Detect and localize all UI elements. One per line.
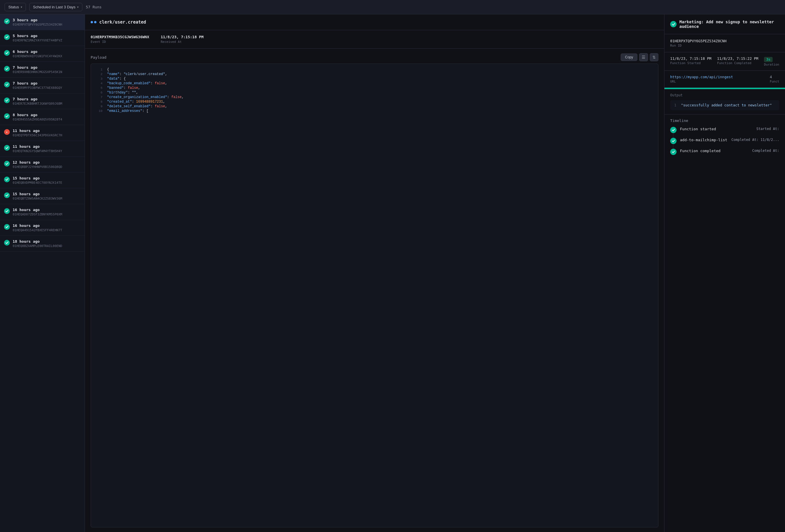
function-completed-label: Function Completed <box>717 61 758 65</box>
run-list-item[interactable]: 12 hours ago01HEQRBPJ2YHHNPV0B1506Q8QD <box>0 157 84 172</box>
chevron-down-icon: ▾ <box>21 5 22 9</box>
sort-icon-button[interactable]: ⇅ <box>650 53 658 61</box>
function-completed-value: 11/8/23, 7:15:22 PM <box>717 56 758 61</box>
payload-code-block: 1{2"name": "clerk/user.created",3"data":… <box>91 63 658 527</box>
line-number: 3 <box>96 77 102 81</box>
run-id-text: 01HER9XHB3HRKCMGG5XP545K1N <box>12 70 62 74</box>
run-list-item[interactable]: 16 hours ago01HEQA491542FBXE5FF4REHN7T <box>0 220 84 236</box>
run-id-cell: 01HERPXTQPVY6G5PEZ534Z0CNH Run ID <box>670 39 779 48</box>
run-id-text: 01HEQAD07ZD5F3ZBNYKM55P0XM <box>12 213 62 216</box>
run-list-item[interactable]: 16 hours ago01HEQAD07ZD5F3ZBNYKM55P0XM <box>0 204 84 220</box>
line-content: "banned": false, <box>107 86 140 90</box>
payload-actions: Copy ☰ ⇅ <box>621 53 658 61</box>
line-number: 10 <box>96 109 102 113</box>
run-list-item[interactable]: 7 hours ago01HER9XHB3HRKCMGG5XP545K1N <box>0 62 84 78</box>
run-time: 7 hours ago <box>12 81 62 85</box>
run-id-text: 01HERPXTQPVY6G5PEZ534Z0CNH <box>12 23 62 26</box>
run-id-label: Run ID <box>670 44 779 48</box>
run-id-text: 01HEQ8BZXAMPLE00TRAIL00END <box>12 244 62 248</box>
run-list-item[interactable]: 6 hours ago01HERBW9VXQ7CGN1FVC4Y4W2KX <box>0 46 84 62</box>
run-item-info: 6 hours ago01HERBW9VXQ7CGN1FVC4Y4W2KX <box>12 50 62 58</box>
run-time: 15 hours ago <box>12 176 62 180</box>
function-started-value: 11/8/23, 7:15:18 PM <box>670 56 711 61</box>
code-line: 1{ <box>91 67 658 72</box>
function-title: Marketing: Add new signup to newsletter … <box>679 20 779 29</box>
status-filter-btn[interactable]: Status ▾ <box>5 3 26 11</box>
run-list-item[interactable]: 15 hours ago01HEQBTZ0W5AN4CK2ZS83WV36M <box>0 188 84 204</box>
success-icon <box>4 192 10 198</box>
run-id-text: 01HEQBTZ0W5AN4CK2ZS83WV36M <box>12 197 62 201</box>
run-time: 11 hours ago <box>12 129 62 133</box>
line-number: 6 <box>96 90 102 94</box>
success-icon <box>4 145 10 151</box>
timeline-name: Function completed <box>680 149 749 153</box>
line-number: 4 <box>96 81 102 85</box>
timeline-content: add-to-mailchimp-list <box>680 138 728 142</box>
run-time: 8 hours ago <box>12 113 62 117</box>
line-content: "email_addresses": [ <box>107 109 149 113</box>
timeline-list: Function started Started At: add-to-mail… <box>670 127 779 155</box>
run-list-item[interactable]: 8 hours ago01HER4555AZH9EA0Q5V95N28T4 <box>0 109 84 125</box>
code-line: 7"create_organization_enabled": false, <box>91 95 658 100</box>
chevron-down-icon: ▾ <box>77 5 79 9</box>
run-list-item[interactable]: 3 hours ago01HERPXTQPVY6G5PEZ534Z0CNH <box>0 15 84 30</box>
received-at-value: 11/8/23, 7:15:18 PM <box>161 35 204 39</box>
function-success-icon <box>670 21 677 27</box>
output-line: 1 "successfully added contact to newslet… <box>674 103 775 107</box>
event-dots-icon <box>91 21 96 23</box>
received-at-label: Received At <box>161 40 204 44</box>
func-count-label: Funct <box>770 80 779 83</box>
line-content: { <box>107 68 109 72</box>
event-name: clerk/user.created <box>99 20 146 25</box>
date-filter-label: Scheduled in Last 3 Days <box>33 5 75 9</box>
run-item-info: 5 hours ago01HERFNZ1MAZYAYYVXET44BFVZ <box>12 34 62 42</box>
timeline-section: Timeline Function started Started At: ad… <box>664 114 785 164</box>
run-id-text: 01HEQBVDPM8E4EC708YNJX14TE <box>12 181 62 185</box>
copy-button[interactable]: Copy <box>621 53 637 61</box>
success-icon <box>4 224 10 230</box>
run-time: 11 hours ago <box>12 144 62 149</box>
url-cell: https://myapp.com/api/inngest URL <box>670 75 733 83</box>
run-item-info: 15 hours ago01HEQBVDPM8E4EC708YNJX14TE <box>12 176 62 185</box>
run-time: 5 hours ago <box>12 34 62 38</box>
output-section: Output 1 "successfully added contact to … <box>664 89 785 114</box>
svg-text:✕: ✕ <box>6 130 8 134</box>
run-item-info: 7 hours ago01HER9XHB3HRKCMGG5XP545K1N <box>12 65 62 74</box>
url-label: URL <box>670 80 733 83</box>
run-list-item[interactable]: 11 hours ago01HEQTKN2GY5QWFAM4YT8H5H4Y <box>0 141 84 157</box>
filter-icon-button[interactable]: ☰ <box>639 53 648 61</box>
run-list-item[interactable]: ✕11 hours ago01HEQTPDTX56C343PDGVASRC7H <box>0 125 84 141</box>
run-id-text: 01HERBW9VXQ7CGN1FVC4Y4W2KX <box>12 54 62 58</box>
line-content: "create_organization_enabled": false, <box>107 95 184 99</box>
run-time: 7 hours ago <box>12 97 62 101</box>
func-count-value: 4 <box>770 75 779 79</box>
run-list-item[interactable]: 5 hours ago01HERFNZ1MAZYAYYVXET44BFVZ <box>0 30 84 46</box>
timeline-time: Completed At: <box>752 149 779 153</box>
success-icon <box>4 240 10 246</box>
run-time: 6 hours ago <box>12 50 62 54</box>
date-filter-btn[interactable]: Scheduled in Last 3 Days ▾ <box>29 3 82 11</box>
run-list-item[interactable]: 7 hours ago01HER9MYP33BFWC377AEX88GQY <box>0 78 84 94</box>
line-number: 1 <box>96 68 102 71</box>
run-item-info: 18 hours ago01HEQ8BZXAMPLE00TRAIL00END <box>12 239 62 248</box>
output-line-num: 1 <box>674 103 677 107</box>
run-id-text: 01HERFNZ1MAZYAYYVXET44BFVZ <box>12 38 62 42</box>
run-time: 18 hours ago <box>12 239 62 244</box>
run-time: 16 hours ago <box>12 223 62 228</box>
run-list: 3 hours ago01HERPXTQPVY6G5PEZ534Z0CNH5 h… <box>0 15 85 532</box>
code-line: 9"delete_self_enabled": false, <box>91 104 658 109</box>
run-list-item[interactable]: 7 hours ago01HER7EJKBBHRTJGKWYQ09J6BM <box>0 94 84 109</box>
line-content: "delete_self_enabled": false, <box>107 104 167 108</box>
received-at-meta: 11/8/23, 7:15:18 PM Received At <box>161 35 204 44</box>
payload-label: Payload <box>91 55 106 59</box>
duration-label: Duration <box>764 63 779 66</box>
code-line: 10"email_addresses": [ <box>91 109 658 113</box>
run-list-item[interactable]: 18 hours ago01HEQ8BZXAMPLE00TRAIL00END <box>0 236 84 251</box>
code-line: 6"birthday": "", <box>91 90 658 95</box>
payload-section: Payload Copy ☰ ⇅ 1{2"name": "clerk/user.… <box>91 53 658 527</box>
line-content: "birthday": "", <box>107 90 138 95</box>
timeline-item: Function completed Completed At: <box>670 149 779 155</box>
timeline-content: Function completed <box>680 149 749 153</box>
run-list-item[interactable]: 15 hours ago01HEQBVDPM8E4EC708YNJX14TE <box>0 172 84 188</box>
success-icon <box>4 177 10 182</box>
